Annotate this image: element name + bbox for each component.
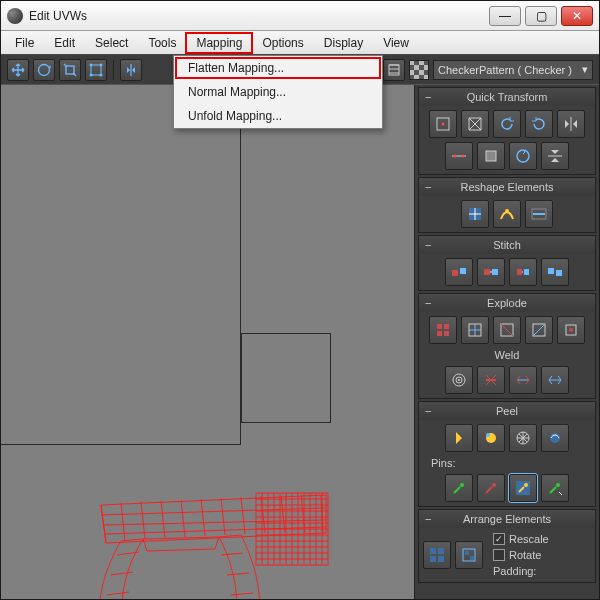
dropdown-flatten-mapping[interactable]: Flatten Mapping... xyxy=(174,56,382,80)
mirror-icon[interactable] xyxy=(120,59,142,81)
svg-rect-52 xyxy=(465,551,469,555)
svg-rect-24 xyxy=(548,268,554,274)
flip-v-icon[interactable] xyxy=(541,142,569,170)
pack-together-icon[interactable] xyxy=(423,541,451,569)
stitch-selected-icon[interactable] xyxy=(445,258,473,286)
peel-mode-icon[interactable] xyxy=(477,424,505,452)
svg-point-11 xyxy=(454,155,457,158)
texture-dropdown-label: CheckerPattern ( Checker ) xyxy=(438,64,572,76)
svg-point-34 xyxy=(569,328,573,332)
menu-options[interactable]: Options xyxy=(252,33,313,53)
maximize-button[interactable]: ▢ xyxy=(525,6,557,26)
break-angle-icon[interactable] xyxy=(493,316,521,344)
pin-remove-icon[interactable] xyxy=(477,474,505,502)
uv-wireframe xyxy=(61,475,361,599)
break-matid-icon[interactable] xyxy=(557,316,585,344)
freeform-icon[interactable] xyxy=(85,59,107,81)
uv-quadrant-rect xyxy=(241,333,331,423)
collapse-icon[interactable]: − xyxy=(425,181,431,193)
svg-rect-27 xyxy=(444,324,449,329)
collapse-icon[interactable]: − xyxy=(425,405,431,417)
align-edges-icon[interactable] xyxy=(461,110,489,138)
svg-rect-25 xyxy=(556,270,562,276)
texture-dropdown[interactable]: CheckerPattern ( Checker ) ▾ xyxy=(433,60,593,80)
break-face-icon[interactable] xyxy=(461,316,489,344)
svg-rect-1 xyxy=(66,66,74,74)
window-title: Edit UVWs xyxy=(29,9,489,23)
rotate-icon[interactable] xyxy=(33,59,55,81)
menu-tools[interactable]: Tools xyxy=(138,33,186,53)
svg-rect-29 xyxy=(444,331,449,336)
rescale-label: Rescale xyxy=(509,533,549,545)
menu-edit[interactable]: Edit xyxy=(44,33,85,53)
dropdown-unfold-mapping[interactable]: Unfold Mapping... xyxy=(174,104,382,128)
padding-label: Padding: xyxy=(493,565,536,577)
menu-mapping[interactable]: Mapping xyxy=(186,33,252,53)
svg-point-42 xyxy=(460,483,464,487)
panel-title: Quick Transform xyxy=(467,91,548,103)
linear-align-icon[interactable] xyxy=(525,200,553,228)
weld-threshold-icon[interactable] xyxy=(541,366,569,394)
svg-rect-48 xyxy=(438,548,444,554)
stitch-source-icon[interactable] xyxy=(477,258,505,286)
menu-file[interactable]: File xyxy=(5,33,44,53)
weld-all-icon[interactable] xyxy=(509,366,537,394)
relax-icon[interactable] xyxy=(493,200,521,228)
svg-point-3 xyxy=(90,63,93,66)
close-button[interactable]: ✕ xyxy=(561,6,593,26)
collapse-icon[interactable]: − xyxy=(425,513,431,525)
weld-label: Weld xyxy=(423,348,591,362)
panel-title: Explode xyxy=(487,297,527,309)
menu-select[interactable]: Select xyxy=(85,33,138,53)
break-smooth-icon[interactable] xyxy=(525,316,553,344)
dropdown-normal-mapping[interactable]: Normal Mapping... xyxy=(174,80,382,104)
quick-peel-icon[interactable] xyxy=(445,424,473,452)
checkbox-icon xyxy=(493,549,505,561)
edit-uvw-window: Edit UVWs — ▢ ✕ File Edit Select Tools M… xyxy=(0,0,600,600)
panel-explode: −Explode Weld xyxy=(418,293,596,399)
menu-display[interactable]: Display xyxy=(314,33,373,53)
pin-add-icon[interactable] xyxy=(445,474,473,502)
align-horiz-icon[interactable] xyxy=(445,142,473,170)
weld-target-icon[interactable] xyxy=(445,366,473,394)
rescale-checkbox-row[interactable]: ✓Rescale xyxy=(487,532,591,546)
flip-h-icon[interactable] xyxy=(557,110,585,138)
svg-rect-8 xyxy=(256,493,328,565)
collapse-icon[interactable]: − xyxy=(425,91,431,103)
rotate-cw-icon[interactable] xyxy=(525,110,553,138)
panel-title: Stitch xyxy=(493,239,521,251)
svg-rect-20 xyxy=(484,269,490,275)
svg-rect-19 xyxy=(460,268,466,274)
window-buttons: — ▢ ✕ xyxy=(489,6,593,26)
pin-select-icon[interactable] xyxy=(541,474,569,502)
break-poly-icon[interactable] xyxy=(429,316,457,344)
panel-title: Arrange Elements xyxy=(463,513,551,525)
svg-rect-47 xyxy=(430,548,436,554)
stitch-average-icon[interactable] xyxy=(509,258,537,286)
rotate-ccw-icon[interactable] xyxy=(493,110,521,138)
collapse-icon[interactable]: − xyxy=(425,239,431,251)
align-center-icon[interactable] xyxy=(429,110,457,138)
app-icon xyxy=(7,8,23,24)
stitch-custom-icon[interactable] xyxy=(541,258,569,286)
pelt-map-icon[interactable] xyxy=(509,424,537,452)
rotate-90-icon[interactable] xyxy=(509,142,537,170)
rotate-checkbox-row[interactable]: Rotate xyxy=(487,548,591,562)
panel-quick-transform: −Quick Transform xyxy=(418,87,596,175)
pack-normalize-icon[interactable] xyxy=(455,541,483,569)
weld-selected-icon[interactable] xyxy=(477,366,505,394)
move-icon[interactable] xyxy=(7,59,29,81)
uv-viewport[interactable] xyxy=(1,85,414,599)
checker-swatch-icon[interactable] xyxy=(409,60,429,80)
show-map-icon[interactable] xyxy=(383,59,405,81)
minimize-button[interactable]: — xyxy=(489,6,521,26)
scale-icon[interactable] xyxy=(59,59,81,81)
svg-point-43 xyxy=(492,483,496,487)
straighten-icon[interactable] xyxy=(461,200,489,228)
relax-peel-icon[interactable] xyxy=(541,424,569,452)
menu-view[interactable]: View xyxy=(373,33,419,53)
collapse-icon[interactable]: − xyxy=(425,297,431,309)
pin-auto-icon[interactable] xyxy=(509,474,537,502)
align-box-icon[interactable] xyxy=(477,142,505,170)
mapping-dropdown: Flatten Mapping... Normal Mapping... Unf… xyxy=(173,55,383,129)
